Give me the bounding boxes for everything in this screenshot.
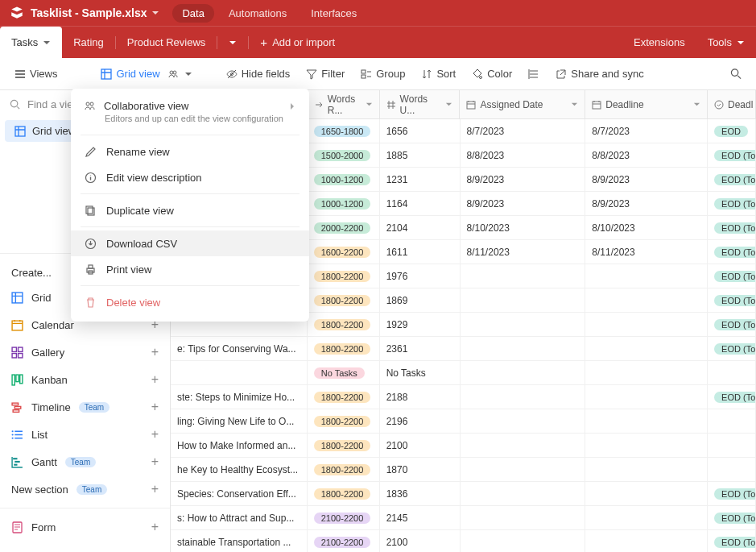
views-toggle[interactable]: Views xyxy=(8,64,64,83)
chevron-down-icon[interactable] xyxy=(693,101,700,108)
create-form[interactable]: Form + xyxy=(0,513,170,541)
cell-deadline-time[interactable]: EOD (To xyxy=(708,288,756,312)
cell-deadline[interactable] xyxy=(585,361,708,384)
create-kanban[interactable]: Kanban+ xyxy=(0,366,170,393)
cell-deadline-time[interactable]: EOD (To xyxy=(708,313,756,336)
cell-deadline[interactable] xyxy=(585,264,708,288)
table-rating[interactable]: Rating xyxy=(62,27,115,59)
cell-words-required[interactable]: No Tasks xyxy=(308,361,380,384)
cell-words-required[interactable]: 1000-1200 xyxy=(308,168,380,191)
tab-interfaces[interactable]: Interfaces xyxy=(301,4,366,23)
menu-rename-view[interactable]: Rename view xyxy=(71,139,309,164)
cell-deadline-time[interactable]: EOD (To xyxy=(708,143,756,167)
table-tab-tasks[interactable]: Tasks xyxy=(0,27,62,59)
cell-deadline[interactable]: 8/9/2023 xyxy=(585,192,708,215)
cell-deadline-time[interactable]: EOD (To xyxy=(708,168,756,191)
cell-deadline-time[interactable]: EOD (To xyxy=(708,240,756,264)
cell-deadline[interactable] xyxy=(585,506,708,529)
cell-words-used[interactable]: 2361 xyxy=(380,337,461,360)
col-header-assigned-date[interactable]: Assigned Date xyxy=(460,90,585,118)
cell-assigned-date[interactable]: 8/10/2023 xyxy=(461,216,586,239)
cell-words-required[interactable]: 1800-2200 xyxy=(308,385,380,409)
chevron-down-icon[interactable] xyxy=(445,101,452,108)
cell-words-required[interactable]: 2100-2200 xyxy=(308,530,380,552)
cell-name[interactable]: ste: Steps to Minimize Ho... xyxy=(171,385,308,409)
cell-words-used[interactable]: 1885 xyxy=(380,143,461,167)
table-row[interactable]: s: How to Attract and Sup... 2100-2200 2… xyxy=(171,506,756,530)
cell-words-used[interactable]: 1836 xyxy=(380,482,461,505)
cell-deadline-time[interactable] xyxy=(708,409,756,433)
cell-assigned-date[interactable]: 8/8/2023 xyxy=(461,143,586,167)
cell-words-required[interactable]: 2000-2200 xyxy=(308,216,380,239)
cell-assigned-date[interactable]: 8/9/2023 xyxy=(461,192,586,215)
app-title[interactable]: Tasklist - Sample.xlsx xyxy=(31,6,147,19)
cell-words-required[interactable]: 1800-2200 xyxy=(308,482,380,505)
extensions-button[interactable]: Extensions xyxy=(622,27,696,59)
cell-deadline-time[interactable]: EOD (To xyxy=(708,216,756,239)
cell-deadline[interactable] xyxy=(585,337,708,360)
col-header-deadline-time[interactable]: Deadl xyxy=(708,90,756,118)
cell-words-used[interactable]: 2100 xyxy=(380,530,461,552)
cell-words-used[interactable]: 1929 xyxy=(380,313,461,336)
cell-words-required[interactable]: 1500-2000 xyxy=(308,143,380,167)
col-header-words-required[interactable]: Words R... xyxy=(308,90,380,118)
cell-deadline-time[interactable] xyxy=(708,361,756,384)
cell-deadline[interactable] xyxy=(585,482,708,505)
cell-assigned-date[interactable] xyxy=(461,264,586,288)
cell-assigned-date[interactable] xyxy=(461,458,586,481)
cell-words-used[interactable]: No Tasks xyxy=(380,361,461,384)
share-sync-button[interactable]: Share and sync xyxy=(549,64,650,83)
cell-deadline[interactable]: 8/10/2023 xyxy=(585,216,708,239)
cell-deadline[interactable] xyxy=(585,434,708,457)
cell-words-required[interactable]: 2100-2200 xyxy=(308,506,380,529)
cell-deadline[interactable] xyxy=(585,313,708,336)
cell-assigned-date[interactable] xyxy=(461,288,586,312)
chevron-down-icon[interactable] xyxy=(43,39,51,47)
cell-deadline-time[interactable]: EOD xyxy=(708,119,756,143)
tools-button[interactable]: Tools xyxy=(696,27,756,59)
cell-deadline[interactable]: 8/7/2023 xyxy=(585,119,708,143)
cell-name[interactable]: Species: Conservation Eff... xyxy=(171,482,308,505)
cell-words-used[interactable]: 1656 xyxy=(380,119,461,143)
sort-button[interactable]: Sort xyxy=(415,64,462,83)
create-list[interactable]: List+ xyxy=(0,421,170,448)
cell-name[interactable] xyxy=(171,361,308,384)
tab-data[interactable]: Data xyxy=(172,4,213,23)
cell-words-required[interactable]: 1600-2200 xyxy=(308,240,380,264)
chevron-down-icon[interactable] xyxy=(366,101,373,108)
table-row[interactable]: Species: Conservation Eff... 1800-2200 1… xyxy=(171,482,756,506)
table-product-reviews[interactable]: Product Reviews xyxy=(116,27,217,59)
color-button[interactable]: Color xyxy=(465,64,518,83)
menu-edit-view-description[interactable]: Edit view description xyxy=(71,164,309,190)
cell-deadline[interactable] xyxy=(585,530,708,552)
cell-assigned-date[interactable] xyxy=(461,385,586,409)
cell-name[interactable]: How to Make Informed an... xyxy=(171,434,308,457)
cell-words-used[interactable]: 1870 xyxy=(380,458,461,481)
cell-deadline-time[interactable]: EOD (To xyxy=(708,482,756,505)
col-header-words-used[interactable]: Words U... xyxy=(380,90,461,118)
cell-deadline-time[interactable] xyxy=(708,458,756,481)
hide-fields-button[interactable]: Hide fields xyxy=(220,64,297,83)
table-row[interactable]: ste: Steps to Minimize Ho... 1800-2200 2… xyxy=(171,385,756,409)
cell-deadline-time[interactable]: EOD (To xyxy=(708,192,756,215)
cell-words-required[interactable]: 1800-2200 xyxy=(308,288,380,312)
chevron-down-icon[interactable] xyxy=(571,101,578,108)
cell-words-required[interactable]: 1000-1200 xyxy=(308,192,380,215)
menu-download-csv[interactable]: Download CSV xyxy=(71,230,309,256)
cell-words-used[interactable]: 2196 xyxy=(380,409,461,433)
cell-words-used[interactable]: 1976 xyxy=(380,264,461,288)
create-gantt[interactable]: GanttTeam+ xyxy=(0,448,170,475)
cell-words-used[interactable]: 1869 xyxy=(380,288,461,312)
cell-name[interactable]: stainable Transportation ... xyxy=(171,530,308,552)
cell-deadline[interactable] xyxy=(585,385,708,409)
collaborative-view-item[interactable]: Collaborative view Editors and up can ed… xyxy=(71,95,309,131)
menu-duplicate-view[interactable]: Duplicate view xyxy=(71,197,309,223)
row-height-button[interactable] xyxy=(522,65,546,83)
cell-deadline[interactable]: 8/11/2023 xyxy=(585,240,708,264)
cell-name[interactable]: he Key to Healthy Ecosyst... xyxy=(171,458,308,481)
cell-words-used[interactable]: 2188 xyxy=(380,385,461,409)
col-header-deadline[interactable]: Deadline xyxy=(585,90,708,118)
cell-deadline[interactable] xyxy=(585,288,708,312)
cell-assigned-date[interactable]: 8/11/2023 xyxy=(461,240,586,264)
cell-deadline-time[interactable]: EOD (To xyxy=(708,337,756,360)
